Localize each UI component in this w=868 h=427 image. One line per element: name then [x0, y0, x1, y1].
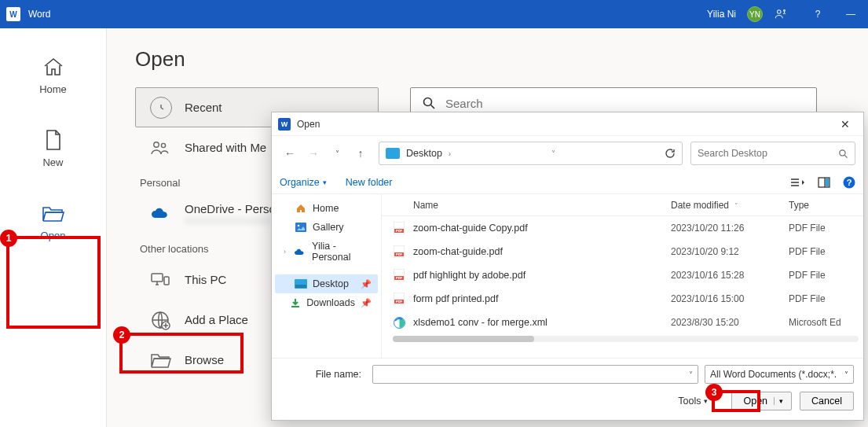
nav-new[interactable]: New — [22, 130, 85, 168]
home-icon — [295, 203, 307, 214]
dialog-search[interactable] — [690, 142, 855, 165]
cloud-icon — [294, 246, 306, 257]
refresh-icon[interactable] — [665, 148, 676, 159]
tree-onedrive-personal[interactable]: › Yilia - Personal — [275, 237, 378, 267]
file-open-dialog: W Open ✕ ← → ˅ ↑ Desktop › ˅ Organize ▾ — [271, 112, 864, 421]
file-date: 2023/10/16 15:00 — [671, 293, 789, 304]
close-icon[interactable]: ✕ — [833, 118, 857, 131]
svg-rect-4 — [152, 274, 163, 282]
svg-rect-11 — [826, 179, 829, 186]
file-type-icon: PDF — [393, 293, 405, 305]
expand-icon[interactable]: › — [281, 248, 288, 256]
people-icon — [150, 140, 172, 156]
svg-point-15 — [298, 225, 300, 227]
file-date: 2023/10/16 15:28 — [671, 270, 789, 281]
svg-rect-14 — [295, 223, 306, 232]
backstage-nav: Home New Open — [0, 28, 107, 427]
minimize-icon[interactable]: — — [840, 9, 862, 20]
forward-icon[interactable]: → — [303, 143, 324, 164]
cancel-button-label: Cancel — [811, 396, 842, 407]
organize-menu[interactable]: Organize ▾ — [280, 177, 327, 188]
tree-gallery[interactable]: Gallery — [275, 218, 378, 237]
col-name[interactable]: Name — [393, 200, 671, 211]
file-type: Microsoft Ed — [789, 317, 863, 328]
file-type: PDF File — [789, 293, 863, 304]
avatar[interactable]: YN — [747, 6, 763, 22]
horizontal-scrollbar[interactable] — [393, 336, 859, 342]
file-date: 2023/10/20 11:26 — [671, 223, 789, 234]
file-row[interactable]: PDFzoom-chat-guide Copy.pdf2023/10/20 11… — [382, 216, 863, 240]
file-row[interactable]: PDFform pdf printed.pdf2023/10/16 15:00P… — [382, 287, 863, 311]
nav-home[interactable]: Home — [22, 57, 85, 95]
desktop-crumb-icon — [386, 148, 400, 159]
new-folder-button[interactable]: New folder — [346, 177, 393, 188]
breadcrumb[interactable]: Desktop — [406, 148, 442, 159]
onedrive-email-blurred — [185, 217, 271, 225]
file-name: pdf highlight by adobe.pdf — [413, 270, 671, 281]
backstage-search-input[interactable] — [445, 97, 805, 110]
tree-home[interactable]: Home — [275, 199, 378, 218]
svg-point-2 — [154, 142, 159, 146]
chevron-down-icon[interactable]: ˅ — [689, 370, 693, 379]
file-list: Name Date modified ˅ Type PDFzoom-chat-g… — [382, 194, 863, 358]
help-icon[interactable]: ? — [807, 9, 829, 20]
nav-open-label: Open — [41, 230, 66, 241]
place-add-place-label: Add a Place — [185, 313, 248, 326]
back-icon[interactable]: ← — [280, 143, 300, 164]
address-bar[interactable]: Desktop › ˅ — [379, 142, 683, 165]
add-place-icon — [150, 310, 172, 330]
file-date: 2023/10/20 9:12 — [671, 246, 789, 257]
view-menu-icon[interactable] — [789, 177, 805, 188]
organize-label: Organize — [280, 177, 320, 188]
col-type[interactable]: Type — [789, 200, 863, 211]
dialog-footer: File name: ˅ All Word Documents (*.docx;… — [272, 358, 863, 420]
tree-downloads[interactable]: Downloads 📌 — [275, 293, 378, 312]
file-type-icon — [393, 316, 405, 329]
preview-pane-icon[interactable] — [818, 177, 830, 188]
app-name: Word — [28, 9, 50, 20]
svg-point-8 — [424, 98, 432, 106]
tree-personal-label: Yilia - Personal — [312, 241, 372, 263]
file-date: 2023/8/30 15:20 — [671, 317, 789, 328]
user-name: Yilia Ni — [707, 9, 736, 20]
pin-icon[interactable]: 📌 — [361, 279, 372, 289]
file-list-header: Name Date modified ˅ Type — [382, 194, 863, 216]
tools-menu[interactable]: Tools ▾ — [678, 396, 708, 407]
filename-input[interactable]: ˅ — [372, 365, 698, 384]
new-doc-icon — [42, 130, 65, 150]
open-split-chevron-icon[interactable]: ▾ — [774, 397, 788, 405]
svg-point-9 — [840, 149, 845, 155]
svg-rect-5 — [164, 277, 169, 285]
downloads-icon — [290, 297, 301, 308]
file-row[interactable]: PDFpdf highlight by adobe.pdf2023/10/16 … — [382, 263, 863, 287]
chevron-down-icon[interactable]: ˅ — [551, 149, 555, 158]
col-date[interactable]: Date modified ˅ — [671, 200, 789, 211]
svg-text:PDF: PDF — [396, 276, 403, 280]
svg-text:PDF: PDF — [396, 229, 403, 233]
pin-icon[interactable]: 📌 — [361, 298, 372, 308]
tree-home-label: Home — [313, 203, 339, 214]
help-icon[interactable]: ? — [843, 176, 855, 189]
file-row[interactable]: PDFzoom-chat-guide.pdf2023/10/20 9:12PDF… — [382, 240, 863, 263]
up-icon[interactable]: ↑ — [350, 143, 371, 164]
file-name: form pdf printed.pdf — [413, 293, 671, 304]
dialog-search-input[interactable] — [698, 148, 833, 159]
open-button[interactable]: Open ▾ — [731, 392, 792, 410]
recent-locations-icon[interactable]: ˅ — [327, 143, 347, 164]
coming-soon-icon[interactable] — [774, 7, 796, 21]
place-shared-label: Shared with Me — [185, 141, 266, 154]
file-row[interactable]: xlsdemo1 conv - for merge.xml2023/8/30 1… — [382, 311, 863, 334]
place-browse-label: Browse — [185, 353, 224, 366]
nav-open[interactable]: Open — [22, 203, 85, 241]
dialog-toolbar: Organize ▾ New folder ? — [272, 171, 863, 194]
browse-folder-icon — [150, 352, 172, 369]
tree-desktop[interactable]: Desktop 📌 — [275, 274, 378, 293]
chevron-right-icon[interactable]: › — [449, 149, 451, 158]
svg-text:?: ? — [847, 178, 852, 187]
cancel-button[interactable]: Cancel — [800, 392, 854, 410]
page-title: Open — [135, 47, 840, 72]
search-icon — [838, 149, 848, 159]
dialog-title: Open — [297, 119, 320, 130]
file-type-filter[interactable]: All Word Documents (*.docx;*. ˅ — [705, 365, 854, 384]
sort-desc-icon: ˅ — [734, 202, 738, 210]
